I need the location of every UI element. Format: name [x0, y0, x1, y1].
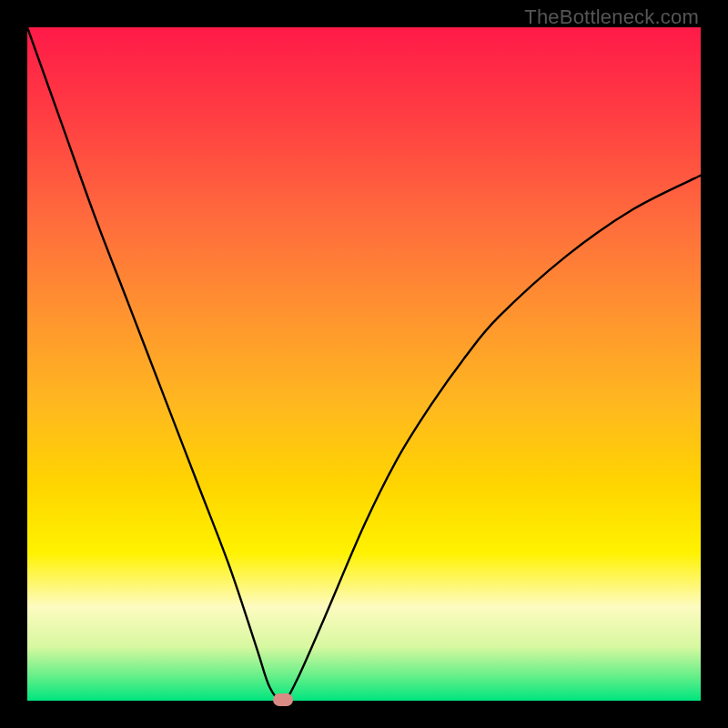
plot-area: [27, 27, 701, 701]
bottleneck-curve: [27, 27, 701, 701]
optimum-marker: [273, 693, 293, 706]
chart-frame: TheBottleneck.com: [0, 0, 728, 728]
watermark-text: TheBottleneck.com: [524, 5, 699, 29]
